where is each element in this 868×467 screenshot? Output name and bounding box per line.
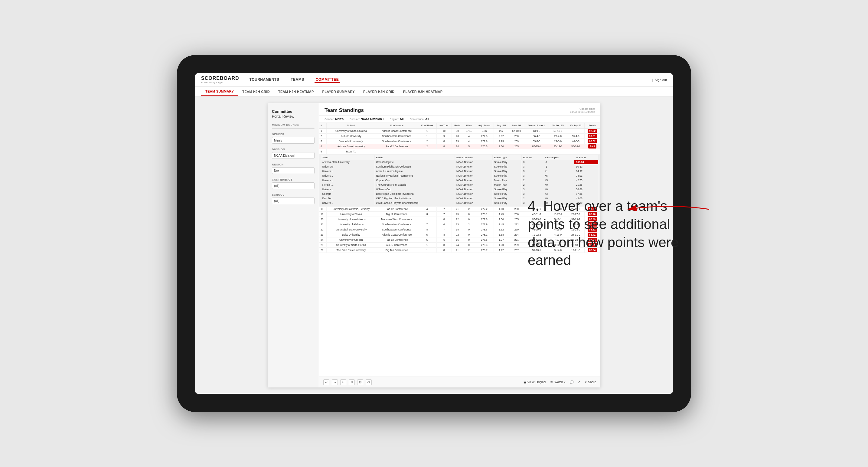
cell-points[interactable]: 97.02 — [585, 128, 600, 134]
tip-td-event-type: Stroke Play — [492, 169, 521, 174]
cell-rank: 24 — [319, 238, 326, 243]
share-button[interactable]: ↗ Share — [584, 380, 596, 384]
cell-conf: Atlantic Coast Conference — [376, 232, 418, 238]
cell-no-tour: 10 — [436, 128, 452, 134]
subnav-team-h2h-grid[interactable]: TEAM H2H GRID — [238, 88, 274, 95]
share-label: Share — [588, 380, 596, 384]
tip-td-team: Univers... — [320, 178, 374, 183]
subnav-team-summary[interactable]: TEAM SUMMARY — [201, 88, 238, 96]
tip-td-rounds: 3 — [521, 187, 543, 192]
cell-rnds: 16 — [452, 238, 463, 243]
watch-label: Watch — [554, 380, 563, 384]
tip-td-event-type: Stroke Play — [492, 187, 521, 192]
cell-vs50: 46-5-0 — [567, 139, 585, 144]
cell-wins: 0 — [463, 243, 475, 248]
logo-sub: Powered by clippi — [201, 81, 239, 84]
tip-td-team: East Ter... — [320, 196, 374, 201]
expand-button[interactable]: ⤢ — [578, 380, 580, 384]
tip-td-event-div: NCAA Division I — [455, 201, 492, 206]
tip-td-event-div: NCAA Division I — [455, 178, 492, 183]
th-school: School — [326, 123, 376, 128]
timer-button[interactable]: ⏱ — [366, 379, 372, 385]
tip-th-w-points: W Points — [574, 155, 598, 160]
feedback-button[interactable]: 💬 — [570, 380, 574, 384]
subnav-player-h2h-heatmap[interactable]: PLAYER H2H HEATMAP — [399, 88, 447, 95]
subnav-team-h2h-heatmap[interactable]: TEAM H2H HEATMAP — [274, 88, 318, 95]
cell-wins: 272.0 — [463, 128, 475, 134]
cell-vs25: 29-4-0 — [549, 134, 567, 139]
cell-rnds: 19 — [452, 139, 463, 144]
view-icon: ▣ — [524, 380, 526, 384]
table-row: 3 Vanderbilt University Southeastern Con… — [319, 139, 600, 144]
report-title: Team Standings — [324, 107, 364, 114]
redo-button[interactable]: ↪ — [332, 379, 338, 385]
sign-out-button[interactable]: Sign out — [655, 78, 667, 82]
tooltip-row: Univers... Copper Cup NCAA Division I Ma… — [320, 178, 598, 183]
cell-wins: 0 — [463, 232, 475, 238]
sidebar-label-min-rounds: Minimum Rounds — [272, 123, 314, 126]
cell-low-sg: 266 — [509, 212, 524, 217]
table-header-row: # School Conference Conf Rank No Tour Rn… — [319, 123, 600, 128]
division-select[interactable]: NCAA Division I NCAA Division II — [272, 152, 314, 159]
tip-td-event: Amer Ari Intercollegiate — [374, 169, 455, 174]
cell-conf: Atlantic Coast Conference — [376, 128, 418, 134]
nav-committee[interactable]: COMMITTEE — [314, 77, 340, 83]
tooltip-row: Univers... Amer Ari Intercollegiate NCAA… — [320, 169, 598, 174]
cell-points[interactable]: 79.5 — [585, 144, 600, 149]
rounds-slider[interactable] — [272, 128, 314, 129]
tip-td-rank-impact: +0 — [543, 187, 574, 192]
gender-select[interactable]: Men's Women's — [272, 137, 314, 144]
cell-wins: 5 — [463, 144, 475, 149]
cell-vs50: 58-24-1 — [567, 144, 585, 149]
cell-points[interactable]: 90.32 — [585, 139, 600, 144]
tip-td-rank-impact: +0 — [543, 183, 574, 187]
cell-conf-rank: 3 — [418, 212, 436, 217]
tip-td-event-type: Stroke Play — [492, 196, 521, 201]
refresh-button[interactable]: ↻ — [340, 379, 346, 385]
cell-rank: 23 — [319, 232, 326, 238]
cell-conf-rank: 5 — [418, 232, 436, 238]
comment-icon: 💬 — [570, 380, 574, 384]
cell-points[interactable]: 93.31 — [585, 134, 600, 139]
cell-conf-rank: 5 — [418, 238, 436, 243]
subnav-player-summary[interactable]: PLAYER SUMMARY — [318, 88, 359, 95]
tip-td-event-type: Stroke Play — [492, 160, 521, 164]
cell-overall: 63-5-0 — [524, 139, 549, 144]
cell-no-tour: 8 — [436, 232, 452, 238]
tooltip-header: Team Event Event Division Event Type Rou… — [320, 155, 598, 160]
filter-conference: Conference: All — [410, 117, 429, 121]
cell-adj: 277.9 — [475, 222, 494, 227]
table-row: 4 Arizona State University Pac-12 Confer… — [319, 144, 600, 149]
chevron-down-icon: ▾ — [564, 380, 565, 384]
expand-icon: ⤢ — [578, 380, 580, 384]
cell-overall: 86-4-0 — [524, 134, 549, 139]
conference-select[interactable]: (All) — [272, 182, 314, 189]
view-original-button[interactable]: ▣ View: Original — [524, 380, 546, 384]
cell-rank: 25 — [319, 243, 326, 248]
tip-th-team: Team — [320, 155, 374, 160]
tip-td-event: 2023 Sahalee Players Championship — [374, 201, 455, 206]
undo-button[interactable]: ↩ — [323, 379, 329, 385]
cell-school: University of North Carolina — [326, 128, 376, 134]
logo-text: SCOREBOARD — [201, 75, 239, 81]
tip-td-event-div: NCAA Division I — [455, 160, 492, 164]
filters-row: Gender: Men's Division: NCAA Division I … — [319, 116, 600, 123]
school-select[interactable]: (All) — [272, 197, 314, 204]
region-select[interactable]: N/A All — [272, 167, 314, 174]
cell-school: University of North Florida — [326, 243, 376, 248]
cell-conf: Big 12 Conference — [376, 212, 418, 217]
filter-gender: Gender: Men's — [324, 117, 344, 121]
cell-wins: 0 — [463, 227, 475, 232]
cell-no-tour: 6 — [436, 222, 452, 227]
cell-vs25: 50-10-0 — [549, 128, 567, 134]
watch-button[interactable]: 👁 Watch ▾ — [550, 380, 565, 384]
copy-button[interactable]: ⧉ — [349, 379, 355, 385]
nav-teams[interactable]: TEAMS — [289, 77, 306, 83]
subnav-player-h2h-grid[interactable]: PLAYER H2H GRID — [359, 88, 399, 95]
tooltip-row: University Southern Highlands Collegiate… — [320, 164, 598, 169]
tip-td-event: The Cypress Point Classic — [374, 183, 455, 187]
cell-avg-sg: 2.73 — [494, 139, 509, 144]
nav-tournaments[interactable]: TOURNAMENTS — [248, 77, 281, 83]
table-row: 5 Texas T... — [319, 149, 600, 154]
crop-button[interactable]: ⊡ — [357, 379, 363, 385]
